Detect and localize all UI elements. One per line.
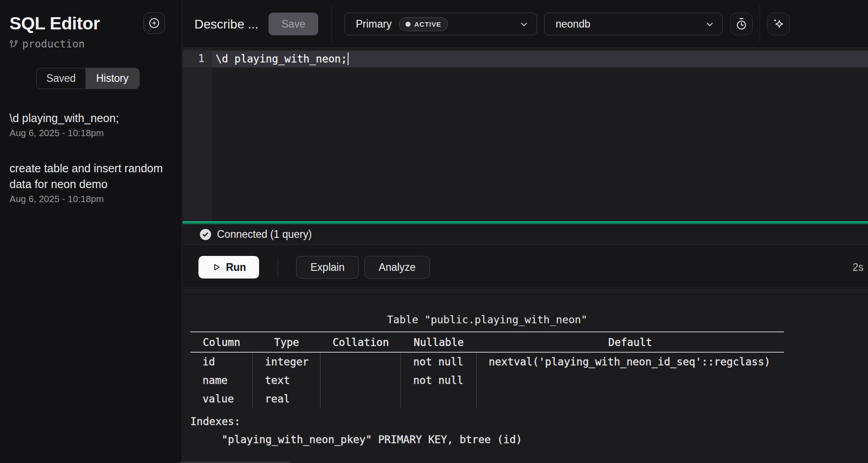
status-dot-icon xyxy=(406,22,410,27)
check-circle-icon xyxy=(199,228,212,241)
active-badge: ACTIVE xyxy=(399,17,448,31)
text-cursor xyxy=(348,52,349,65)
results-col-header: Type xyxy=(253,331,321,353)
results-table-title: Table "public.playing_with_neon" xyxy=(190,314,784,326)
results-col-header: Default xyxy=(476,331,784,353)
results-cell: name xyxy=(190,371,253,390)
history-item-time: Aug 6, 2025 - 10:18pm xyxy=(9,192,181,206)
branch-indicator: production xyxy=(9,38,85,50)
history-list: \d playing_with_neon;Aug 6, 2025 - 10:18… xyxy=(9,110,181,227)
results-indexes: Indexes: "playing_with_neon_pkey" PRIMAR… xyxy=(190,412,522,449)
run-button[interactable]: Run xyxy=(198,256,259,279)
results-panel: Table "public.playing_with_neon" ColumnT… xyxy=(183,294,868,463)
tab-saved[interactable]: Saved xyxy=(37,68,85,89)
database-select[interactable]: neondb xyxy=(544,13,723,35)
topbar-divider xyxy=(331,5,332,43)
new-query-button[interactable] xyxy=(143,12,165,34)
actions-row: Run Explain Analyze 2s xyxy=(183,245,868,288)
results-cell: text xyxy=(253,371,321,390)
history-item-time: Aug 6, 2025 - 10:18pm xyxy=(9,126,181,140)
play-icon xyxy=(212,262,222,272)
history-item[interactable]: \d playing_with_neon;Aug 6, 2025 - 10:18… xyxy=(9,110,181,140)
stopwatch-icon xyxy=(735,17,748,31)
actions-divider xyxy=(278,258,278,277)
sidebar: SQL Editor production Saved History \d p… xyxy=(0,0,182,463)
results-cell: value xyxy=(190,390,253,408)
topbar-divider xyxy=(760,6,760,42)
results-cell xyxy=(321,371,401,390)
results-col-header: Nullable xyxy=(401,331,476,353)
explain-button[interactable]: Explain xyxy=(296,256,359,279)
chevron-down-icon xyxy=(705,19,715,31)
query-duration: 2s xyxy=(853,261,863,274)
code-editor[interactable]: 1 \d playing_with_neon; xyxy=(183,48,868,221)
branch-select[interactable]: Primary ACTIVE xyxy=(344,13,537,35)
query-tab-title[interactable]: Describe ... xyxy=(194,17,259,32)
results-table: ColumnTypeCollationNullableDefaultidinte… xyxy=(190,331,784,408)
analyze-button[interactable]: Analyze xyxy=(364,256,430,279)
results-cell: not null xyxy=(401,353,476,371)
plus-circle-icon xyxy=(148,17,160,29)
history-item-title: \d playing_with_neon; xyxy=(9,110,181,126)
results-cell: real xyxy=(253,390,321,408)
save-button[interactable]: Save xyxy=(269,13,318,35)
history-item[interactable]: create table and insert random data for … xyxy=(9,161,181,206)
main-panel: Describe ... Save Primary ACTIVE neondb xyxy=(183,0,868,463)
history-item-title: create table and insert random data for … xyxy=(9,161,181,192)
results-cell: integer xyxy=(253,353,321,371)
branch-name: production xyxy=(22,38,85,50)
database-select-value: neondb xyxy=(556,18,590,30)
topbar: Describe ... Save Primary ACTIVE neondb xyxy=(183,0,868,48)
connection-status: Connected (1 query) xyxy=(217,228,312,241)
git-branch-icon xyxy=(9,39,19,49)
results-cell xyxy=(476,390,784,408)
app-title: SQL Editor xyxy=(9,14,100,33)
tab-history[interactable]: History xyxy=(85,68,139,89)
ai-assist-button[interactable] xyxy=(767,13,790,35)
chevron-down-icon xyxy=(519,19,529,31)
results-cell xyxy=(401,390,476,408)
results-cell xyxy=(321,353,401,371)
branch-select-value: Primary xyxy=(356,18,392,30)
history-timer-button[interactable] xyxy=(730,13,753,35)
sparkles-icon xyxy=(772,17,785,31)
results-cell xyxy=(476,371,784,390)
results-col-header: Collation xyxy=(321,331,401,353)
results-cell: nextval('playing_with_neon_id_seq'::regc… xyxy=(476,353,784,371)
results-cell xyxy=(321,390,401,408)
status-row: Connected (1 query) xyxy=(183,224,868,245)
results-cell: id xyxy=(190,353,253,371)
code-line[interactable]: \d playing_with_neon; xyxy=(216,52,349,65)
line-number: 1 xyxy=(183,52,204,64)
results-divider-band xyxy=(183,288,868,294)
progress-bar xyxy=(183,221,868,224)
editor-gutter xyxy=(183,48,212,221)
results-cell: not null xyxy=(401,371,476,390)
results-col-header: Column xyxy=(190,331,253,353)
saved-history-tabs: Saved History xyxy=(36,68,140,89)
